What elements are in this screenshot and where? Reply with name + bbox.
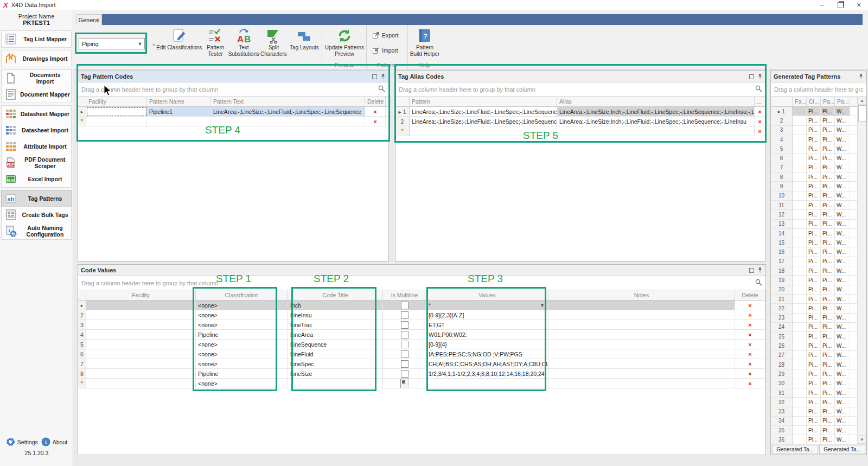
- cell-pattern-2[interactable]: W...: [835, 417, 850, 426]
- cell-notes[interactable]: [548, 340, 735, 349]
- cell-classification[interactable]: Pi...: [807, 388, 821, 398]
- cell-classification[interactable]: Pi...: [807, 295, 821, 304]
- column-header-values[interactable]: Values: [426, 290, 548, 301]
- cell-pattern-1[interactable]: Pi...: [821, 163, 835, 173]
- scroll-down-icon[interactable]: ▼: [858, 435, 866, 444]
- cell-pattern-2[interactable]: W...: [835, 360, 850, 369]
- cell-facility[interactable]: [793, 135, 807, 144]
- cell-classification[interactable]: Pi...: [807, 314, 821, 323]
- cell-values[interactable]: 1/2;3/4;1;1-1/2;2;3;4;6;8;10;12;14;16;18…: [426, 369, 548, 379]
- cell-classification[interactable]: Pi...: [807, 229, 821, 238]
- cell-facility[interactable]: [793, 116, 807, 125]
- cell-notes[interactable]: [548, 320, 735, 330]
- column-header-code-title[interactable]: Code Title: [288, 290, 383, 301]
- cell-pattern-1[interactable]: Pi...: [821, 135, 835, 144]
- cell-is-multiline[interactable]: [383, 310, 426, 320]
- cell-is-multiline[interactable]: [383, 320, 426, 330]
- cell-facility[interactable]: [793, 163, 807, 173]
- settings-button[interactable]: Settings: [6, 437, 38, 446]
- cell-facility[interactable]: [793, 220, 807, 229]
- cell-notes[interactable]: [548, 301, 735, 310]
- cell-pattern-2[interactable]: W...: [835, 276, 850, 285]
- sidebar-item-documents-import[interactable]: Documents Import: [2, 70, 71, 86]
- cell-pattern-1[interactable]: Pi...: [821, 417, 835, 426]
- cell-pattern-1[interactable]: Pi...: [821, 201, 835, 210]
- cell-classification[interactable]: Pi...: [807, 417, 821, 426]
- delete-button[interactable]: ×: [735, 340, 765, 349]
- cell-alias[interactable]: LineArea;-;LineSize;Inch;-;LineFluid;-;L…: [557, 107, 755, 117]
- cell-facility[interactable]: [86, 379, 196, 388]
- cell-pattern-2[interactable]: W...: [835, 229, 850, 238]
- cell-pattern-2[interactable]: W...: [835, 107, 850, 116]
- about-button[interactable]: i About: [41, 437, 67, 446]
- cell-values[interactable]: *▼: [426, 301, 548, 310]
- pin-icon[interactable]: [380, 74, 386, 79]
- cell-classification[interactable]: Pi...: [807, 144, 821, 154]
- cell-code-title[interactable]: Inch: [288, 301, 383, 310]
- pin-icon[interactable]: [757, 267, 763, 273]
- cell-facility[interactable]: [86, 310, 196, 320]
- column-header-delete[interactable]: Delete: [735, 290, 765, 301]
- cell-code-title[interactable]: LineInsu: [288, 310, 383, 320]
- cell-classification[interactable]: <none>: [196, 379, 288, 388]
- cell-pattern-2[interactable]: W...: [835, 182, 850, 191]
- column-header-fa-[interactable]: Fa...: [793, 97, 807, 107]
- cell-pattern-2[interactable]: W...: [835, 210, 850, 219]
- sidebar-item-datasheet-import[interactable]: Datasheet Import: [2, 122, 71, 138]
- cell-pattern-2[interactable]: W...: [835, 314, 850, 323]
- scroll-up-icon[interactable]: ▲: [858, 96, 866, 105]
- delete-button[interactable]: ×: [755, 107, 765, 117]
- cell-facility[interactable]: [793, 229, 807, 238]
- cell-facility[interactable]: [793, 107, 807, 116]
- cell-classification[interactable]: Pi...: [807, 351, 821, 360]
- cell-pattern[interactable]: LineArea;-;LineSize;-;LineFluid;-;LineSp…: [410, 117, 557, 126]
- column-header-classification[interactable]: Classification: [196, 290, 288, 301]
- cell-pattern-1[interactable]: Pi...: [821, 407, 835, 417]
- tab-generated-1[interactable]: Generated Ta...: [772, 445, 818, 454]
- cell-pattern-2[interactable]: W...: [835, 388, 850, 398]
- cell-classification[interactable]: Pi...: [807, 360, 821, 369]
- cell-classification[interactable]: Pi...: [807, 379, 821, 388]
- cell-values[interactable]: [0-9]{4}: [426, 340, 548, 349]
- column-header-pattern-text[interactable]: Pattern Text: [211, 97, 365, 107]
- pattern-tester-button[interactable]: Pattern Tester: [203, 25, 228, 69]
- cell-classification[interactable]: Pi...: [807, 191, 821, 201]
- cell-facility[interactable]: [793, 314, 807, 323]
- cell-pattern-2[interactable]: W...: [835, 126, 850, 135]
- cell-pattern-2[interactable]: W...: [835, 323, 850, 332]
- cell-facility[interactable]: [793, 341, 807, 350]
- cell-pattern-2[interactable]: W...: [835, 220, 850, 229]
- cell-pattern-1[interactable]: Pi...: [821, 360, 835, 369]
- column-header-pa-[interactable]: Pa...: [835, 97, 850, 107]
- cell-pattern-2[interactable]: W...: [835, 266, 850, 276]
- cell-pattern-1[interactable]: Pi...: [821, 229, 835, 238]
- cell-values[interactable]: IA;PES;PE;SC;S;NG;OD ;V;PW;PGS: [426, 349, 548, 359]
- delete-button[interactable]: ×: [365, 117, 386, 126]
- cell-classification[interactable]: <none>: [196, 359, 288, 369]
- delete-button[interactable]: ×: [735, 320, 765, 330]
- cell-classification[interactable]: Pi...: [807, 116, 821, 125]
- cell-pattern-1[interactable]: Pi...: [821, 276, 835, 285]
- search-icon[interactable]: [378, 85, 385, 93]
- delete-button[interactable]: ×: [735, 349, 765, 359]
- cell-facility[interactable]: [793, 266, 807, 276]
- cell-facility[interactable]: [86, 340, 196, 349]
- maximize-panel-icon[interactable]: [749, 74, 754, 79]
- cell-pattern-1[interactable]: Pi...: [821, 369, 835, 379]
- cell-notes[interactable]: [548, 310, 735, 320]
- multiline-checkbox[interactable]: [401, 350, 409, 358]
- cell-pattern-1[interactable]: Pi...: [821, 144, 835, 154]
- column-header-delete[interactable]: Delete: [365, 97, 386, 107]
- column-header-pattern-name[interactable]: Pattern Name: [147, 97, 211, 107]
- column-header--[interactable]: ...: [755, 97, 765, 107]
- column-header-facility[interactable]: Facility: [86, 290, 196, 301]
- cell-pattern-text[interactable]: [211, 117, 365, 126]
- group-by-hint-tac[interactable]: Drag a column header here to group by th…: [395, 82, 765, 97]
- cell-facility[interactable]: [793, 154, 807, 163]
- cell-pattern-2[interactable]: W...: [835, 135, 850, 144]
- cell-facility[interactable]: [793, 388, 807, 398]
- cell-pattern-2[interactable]: W...: [835, 257, 850, 266]
- maximize-panel-icon[interactable]: [372, 74, 377, 79]
- export-button[interactable]: Export: [372, 31, 407, 39]
- cell-facility[interactable]: [793, 126, 807, 135]
